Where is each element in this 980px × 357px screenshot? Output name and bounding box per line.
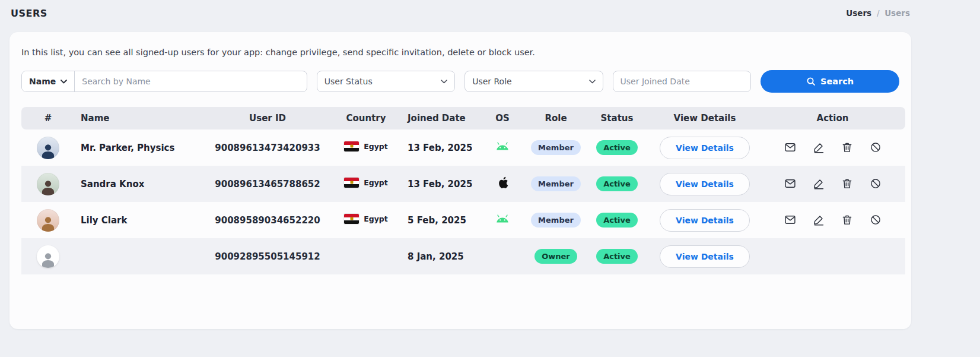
chevron-down-icon (441, 80, 447, 84)
breadcrumb: Users / Users (846, 8, 910, 18)
action-cell (760, 238, 905, 274)
egypt-flag-icon (344, 141, 359, 151)
search-field-selector-label: Name (29, 77, 56, 86)
page-title: USERS (11, 8, 47, 19)
envelope-icon (784, 178, 796, 189)
country-label: Egypt (364, 142, 388, 151)
status-badge: Active (596, 213, 638, 228)
col-header-role: Role (527, 107, 584, 129)
view-details-button[interactable]: View Details (660, 173, 750, 195)
avatar (37, 209, 59, 232)
role-badge: Member (531, 176, 581, 191)
block-button[interactable] (868, 213, 883, 227)
country-cell (333, 238, 399, 274)
delete-button[interactable] (840, 176, 854, 191)
breadcrumb-current: Users (884, 8, 910, 18)
joined-date: 8 Jan, 2025 (399, 238, 478, 274)
country-label: Egypt (364, 178, 388, 187)
chevron-down-icon (589, 80, 596, 84)
filters-bar: Name User Status User Role (21, 70, 899, 93)
person-icon (39, 250, 57, 268)
joined-date: 5 Feb, 2025 (399, 202, 478, 238)
search-button[interactable]: Search (761, 70, 899, 93)
email-button[interactable] (783, 176, 797, 191)
table-row: Lily Clark 90089589034652220 Egypt 5 Feb… (21, 202, 905, 238)
user-role-select-label: User Role (472, 77, 512, 86)
envelope-icon (784, 141, 796, 153)
edit-button[interactable] (812, 213, 826, 227)
pencil-icon (813, 141, 825, 153)
egypt-flag-icon (344, 178, 359, 188)
delete-button[interactable] (840, 140, 854, 154)
block-button[interactable] (868, 176, 883, 191)
role-badge: Owner (534, 249, 577, 264)
col-header-name: Name (75, 107, 202, 129)
country-cell: Egypt (333, 129, 399, 166)
user-status-select[interactable]: User Status (317, 71, 455, 92)
country-cell: Egypt (333, 166, 399, 202)
person-icon (39, 178, 57, 195)
col-header-action: Action (760, 107, 905, 129)
person-icon (39, 214, 57, 232)
email-button[interactable] (783, 140, 797, 154)
os-cell (478, 129, 527, 166)
status-badge: Active (596, 140, 638, 155)
role-badge: Member (531, 213, 581, 228)
breadcrumb-root[interactable]: Users (846, 8, 871, 18)
user-role-select[interactable]: User Role (464, 71, 603, 92)
intro-text: In this list, you can see all signed-up … (21, 48, 899, 57)
joined-date-input[interactable] (613, 71, 751, 92)
col-header-joined-date: Joined Date (399, 107, 478, 129)
block-icon (870, 178, 882, 189)
joined-date: 13 Feb, 2025 (399, 129, 478, 166)
col-header-index: # (21, 107, 75, 129)
chevron-down-icon (61, 80, 67, 84)
os-cell (478, 202, 527, 238)
block-button[interactable] (868, 140, 883, 154)
action-cell (760, 166, 905, 202)
user-name: Sandra Knox (75, 166, 202, 202)
android-icon (495, 142, 510, 153)
pencil-icon (813, 178, 825, 189)
country-cell: Egypt (333, 202, 399, 238)
delete-button[interactable] (840, 213, 854, 227)
search-field-selector[interactable]: Name (22, 71, 75, 91)
view-details-button[interactable]: View Details (660, 245, 750, 268)
apple-icon (497, 176, 508, 192)
block-icon (870, 141, 882, 153)
users-table-body: Mr. Parker, Physics 90089613473420933 Eg… (21, 129, 905, 274)
search-group: Name (21, 71, 307, 92)
users-card: In this list, you can see all signed-up … (9, 32, 911, 329)
user-name: Mr. Parker, Physics (75, 129, 202, 166)
action-cell (760, 202, 905, 238)
user-name: Lily Clark (75, 202, 202, 238)
email-button[interactable] (783, 213, 797, 227)
os-cell (478, 238, 527, 274)
col-header-country: Country (333, 107, 399, 129)
table-row: 90092895505145912 8 Jan, 2025 (21, 238, 905, 274)
breadcrumb-separator: / (877, 8, 880, 18)
edit-button[interactable] (812, 176, 826, 191)
users-table: # Name User ID Country Joined Date OS Ro… (21, 107, 905, 274)
view-details-button[interactable]: View Details (660, 209, 750, 232)
user-id: 90089613465788652 (202, 166, 333, 202)
role-badge: Member (531, 140, 581, 155)
search-button-label: Search (820, 77, 854, 86)
table-header-row: # Name User ID Country Joined Date OS Ro… (21, 107, 905, 129)
user-id: 90089613473420933 (202, 129, 333, 166)
edit-button[interactable] (812, 140, 826, 154)
block-icon (870, 214, 882, 226)
trash-icon (841, 178, 853, 189)
pencil-icon (813, 214, 825, 226)
trash-icon (841, 214, 853, 226)
egypt-flag-icon (344, 214, 359, 224)
user-name (75, 238, 202, 274)
view-details-button[interactable]: View Details (660, 137, 750, 159)
country-label: Egypt (364, 214, 388, 223)
envelope-icon (784, 214, 796, 226)
status-badge: Active (596, 176, 638, 191)
search-input[interactable] (75, 71, 306, 91)
android-icon (495, 214, 510, 226)
table-row: Mr. Parker, Physics 90089613473420933 Eg… (21, 129, 905, 166)
trash-icon (841, 141, 853, 153)
